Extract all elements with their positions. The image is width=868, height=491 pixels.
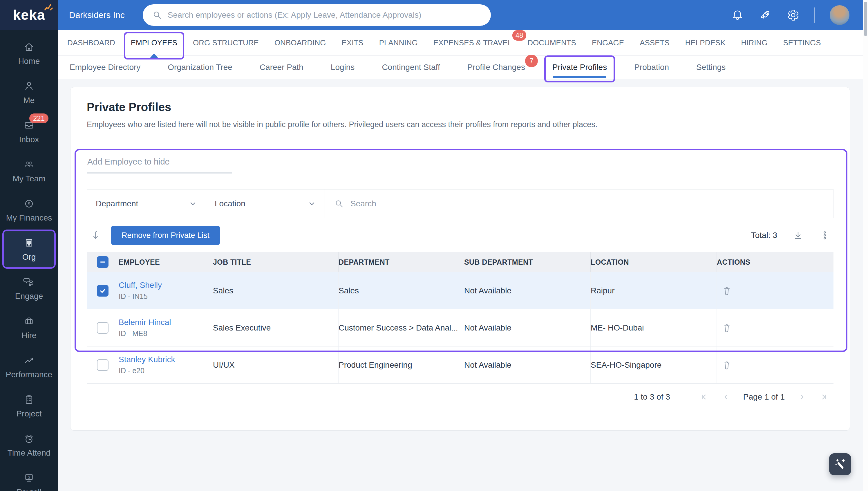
- sidebar-item-label: Org: [22, 253, 36, 262]
- table-header-row: EMPLOYEE JOB TITLE DEPARTMENT SUB DEPART…: [87, 252, 834, 272]
- col-header-job-title: JOB TITLE: [213, 252, 338, 272]
- pagination-page-label: Page 1 of 1: [743, 392, 785, 402]
- sidebar-item-inbox[interactable]: 221 Inbox: [0, 112, 58, 151]
- row-checkbox[interactable]: [97, 322, 109, 334]
- sidebar-item-time-attend[interactable]: Time Attend: [0, 426, 58, 465]
- subnav-profile-changes[interactable]: Profile Changes 7: [467, 63, 525, 72]
- col-header-location: LOCATION: [591, 252, 717, 272]
- previous-page-icon[interactable]: [721, 392, 730, 402]
- top-bar-main: Darksiders Inc: [58, 0, 868, 30]
- sidebar-item-label: Me: [24, 96, 35, 105]
- user-avatar[interactable]: [830, 5, 849, 25]
- employee-name-link[interactable]: Stanley Kubrick: [119, 355, 175, 364]
- last-page-icon[interactable]: [819, 392, 829, 402]
- nav-tab-onboarding[interactable]: ONBOARDING: [274, 38, 326, 47]
- nav-tab-org-structure[interactable]: ORG STRUCTURE: [193, 38, 259, 47]
- nav-tab-documents[interactable]: DOCUMENTS: [528, 38, 576, 47]
- sidebar-item-label: Project: [16, 409, 41, 418]
- sidebar-item-label: Inbox: [19, 135, 39, 144]
- kebab-menu-icon[interactable]: [819, 230, 831, 241]
- sidebar: Home Me 221 Inbox My Team $ My Finances: [0, 30, 58, 491]
- top-bar-icons: [731, 5, 857, 25]
- global-search-input[interactable]: [168, 10, 482, 20]
- nav-tab-expenses-travel[interactable]: EXPENSES & TRAVEL 48: [433, 38, 512, 47]
- nav-tab-assets[interactable]: ASSETS: [640, 38, 669, 47]
- next-page-icon[interactable]: [798, 392, 807, 402]
- subnav-probation[interactable]: Probation: [634, 63, 669, 72]
- col-header-actions: ACTIONS: [717, 252, 834, 272]
- subnav-organization-tree[interactable]: Organization Tree: [168, 63, 232, 72]
- download-icon[interactable]: [792, 230, 804, 241]
- first-page-icon[interactable]: [699, 392, 709, 402]
- remove-from-private-list-button[interactable]: Remove from Private List: [111, 226, 220, 245]
- table-row: Stanley Kubrick ID - e20 UI/UX Product E…: [87, 346, 834, 384]
- sidebar-item-engage[interactable]: Engage: [0, 269, 58, 308]
- nav-tab-hiring[interactable]: HIRING: [741, 38, 767, 47]
- employee-name-link[interactable]: Cluff, Shelly: [119, 281, 162, 290]
- sidebar-item-me[interactable]: Me: [0, 73, 58, 112]
- sidebar-item-hire[interactable]: Hire: [0, 308, 58, 347]
- global-search[interactable]: [143, 4, 491, 26]
- nav-tab-employees[interactable]: EMPLOYEES: [131, 38, 177, 47]
- table-toolbar: Remove from Private List Total: 3: [87, 226, 834, 245]
- org-building-icon: [23, 237, 35, 249]
- notifications-bell-icon[interactable]: [731, 8, 744, 22]
- logo-area[interactable]: keka: [0, 0, 58, 30]
- top-bar-divider: [814, 7, 815, 23]
- magic-wand-fab[interactable]: [829, 453, 851, 475]
- subnav-settings[interactable]: Settings: [696, 63, 725, 72]
- sidebar-item-performance[interactable]: Performance: [0, 347, 58, 386]
- scrollbar-thumb[interactable]: [864, 2, 867, 36]
- subnav-contingent-staff[interactable]: Contingent Staff: [382, 63, 440, 72]
- pagination-bar: 1 to 3 of 3 Page 1 of 1: [87, 392, 834, 402]
- add-employee-field: [87, 157, 834, 174]
- nav-tab-dashboard[interactable]: DASHBOARD: [67, 38, 115, 47]
- subnav-employee-directory[interactable]: Employee Directory: [70, 63, 141, 72]
- employee-name-link[interactable]: Belemir Hincal: [119, 318, 171, 327]
- row-checkbox[interactable]: [97, 285, 109, 296]
- sidebar-item-label: My Team: [12, 174, 45, 183]
- table-search-input[interactable]: [351, 199, 824, 208]
- location-filter-dropdown[interactable]: Location: [206, 190, 325, 218]
- sort-arrow-icon[interactable]: [91, 230, 102, 241]
- delete-trash-icon[interactable]: [721, 323, 732, 333]
- team-icon: [23, 158, 35, 171]
- nav-tab-planning[interactable]: PLANNING: [379, 38, 418, 47]
- add-employee-input[interactable]: [87, 157, 232, 174]
- nav-tab-settings[interactable]: SETTINGS: [783, 38, 821, 47]
- sidebar-item-payroll[interactable]: $ Payroll: [0, 465, 58, 491]
- delete-trash-icon[interactable]: [721, 286, 732, 296]
- department-filter-dropdown[interactable]: Department: [87, 190, 206, 218]
- subnav-career-path[interactable]: Career Path: [260, 63, 303, 72]
- sidebar-item-my-team[interactable]: My Team: [0, 151, 58, 191]
- employee-id: ID - IN15: [119, 292, 148, 300]
- nav-tab-exits[interactable]: EXITS: [342, 38, 363, 47]
- select-all-checkbox[interactable]: [97, 256, 109, 268]
- search-icon: [334, 199, 344, 209]
- department-filter-label: Department: [96, 199, 138, 208]
- sub-department-cell: Not Available: [464, 272, 591, 309]
- department-cell: Product Engineering: [338, 346, 464, 383]
- col-header-sub-department: SUB DEPARTMENT: [464, 252, 591, 272]
- row-checkbox[interactable]: [97, 359, 109, 371]
- subnav-logins[interactable]: Logins: [331, 63, 355, 72]
- nav-tab-helpdesk[interactable]: HELPDESK: [685, 38, 725, 47]
- top-bar: keka Darksiders Inc: [0, 0, 868, 30]
- sidebar-item-project[interactable]: Project: [0, 386, 58, 426]
- location-filter-label: Location: [215, 199, 245, 208]
- search-icon: [152, 10, 162, 20]
- keka-logo: keka: [13, 8, 45, 22]
- subnav-private-profiles[interactable]: Private Profiles: [552, 63, 607, 72]
- location-cell: ME- HO-Dubai: [591, 309, 717, 346]
- sidebar-item-my-finances[interactable]: $ My Finances: [0, 191, 58, 230]
- sidebar-item-home[interactable]: Home: [0, 34, 58, 73]
- rocket-icon[interactable]: [759, 8, 772, 22]
- nav-tab-engage[interactable]: ENGAGE: [592, 38, 624, 47]
- employee-id: ID - e20: [119, 367, 145, 375]
- sidebar-item-org[interactable]: Org: [2, 230, 56, 269]
- settings-gear-icon[interactable]: [786, 8, 800, 22]
- sub-department-cell: Not Available: [464, 309, 591, 346]
- table-row: Cluff, Shelly ID - IN15 Sales Sales Not …: [87, 272, 834, 309]
- delete-trash-icon[interactable]: [721, 360, 732, 370]
- filter-bar: Department Location: [87, 189, 834, 218]
